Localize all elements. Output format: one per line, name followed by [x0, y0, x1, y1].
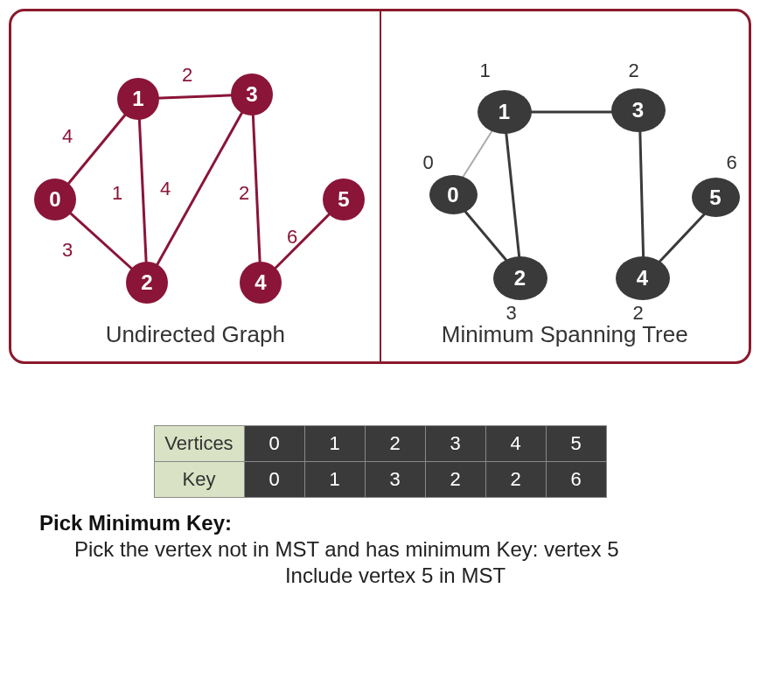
ug-weight-23: 4 — [160, 178, 171, 200]
ug-node-1: 1 — [117, 78, 159, 120]
mst-label-5: 6 — [727, 151, 737, 174]
row1-header: Vertices — [154, 426, 244, 462]
key-cell: 1 — [304, 462, 365, 498]
vertices-cell: 0 — [244, 426, 304, 462]
key-cell: 3 — [365, 462, 425, 498]
ug-weight-45: 6 — [287, 226, 297, 248]
vertices-cell: 1 — [304, 426, 365, 462]
ug-node-2: 2 — [126, 262, 168, 304]
ug-weight-01: 4 — [62, 125, 73, 148]
ug-node-4: 4 — [240, 262, 282, 304]
mst-label-3: 2 — [629, 60, 639, 82]
mst-node-2: 2 — [493, 256, 547, 300]
mst-node-0: 0 — [429, 175, 478, 214]
key-table-wrap: Vertices 0 1 2 3 4 5 Key 0 1 3 2 2 6 — [9, 425, 751, 498]
key-cell: 6 — [546, 462, 606, 498]
vertices-cell: 5 — [546, 426, 606, 462]
ug-weight-13: 2 — [182, 64, 192, 87]
ug-node-3: 3 — [231, 74, 273, 116]
mst-label-0: 0 — [423, 151, 434, 174]
mst-node-1: 1 — [478, 90, 532, 134]
undirected-graph-panel: 0 1 2 3 4 5 4 3 1 2 4 2 6 Undirected Gra… — [11, 11, 381, 361]
key-table: Vertices 0 1 2 3 4 5 Key 0 1 3 2 2 6 — [154, 425, 607, 498]
key-cell: 2 — [425, 462, 485, 498]
ug-weight-34: 2 — [239, 182, 249, 205]
pick-line-2: Include vertex 5 in MST — [39, 564, 751, 588]
mst-panel: 0 1 2 3 4 5 0 1 3 2 2 6 Minimum Spanning… — [381, 11, 750, 361]
mst-node-3: 3 — [611, 88, 666, 132]
key-cell: 0 — [244, 462, 304, 498]
key-cell: 2 — [485, 462, 546, 498]
table-row-vertices: Vertices 0 1 2 3 4 5 — [154, 426, 606, 462]
svg-line-11 — [639, 112, 644, 278]
mst-label-1: 1 — [480, 60, 491, 82]
ug-node-5: 5 — [323, 178, 365, 220]
ug-node-0: 0 — [34, 178, 76, 220]
diagram-panels: 0 1 2 3 4 5 4 3 1 2 4 2 6 Undirected Gra… — [9, 9, 751, 364]
vertices-cell: 4 — [485, 426, 546, 462]
svg-line-9 — [504, 112, 521, 278]
pick-line-1: Pick the vertex not in MST and has minim… — [39, 537, 751, 562]
vertices-cell: 2 — [365, 426, 425, 462]
pick-section: Pick Minimum Key: Pick the vertex not in… — [9, 511, 751, 588]
row2-header: Key — [154, 462, 244, 498]
mst-label-4: 2 — [633, 302, 644, 325]
table-row-key: Key 0 1 3 2 2 6 — [154, 462, 606, 498]
mst-label-2: 3 — [506, 302, 517, 325]
pick-title: Pick Minimum Key: — [39, 511, 751, 536]
mst-node-4: 4 — [616, 256, 670, 300]
svg-line-2 — [138, 99, 147, 283]
vertices-cell: 3 — [425, 426, 485, 462]
ug-weight-02: 3 — [62, 239, 73, 262]
svg-line-5 — [252, 94, 261, 283]
ug-weight-12: 1 — [112, 182, 122, 205]
mst-node-5: 5 — [692, 178, 740, 217]
